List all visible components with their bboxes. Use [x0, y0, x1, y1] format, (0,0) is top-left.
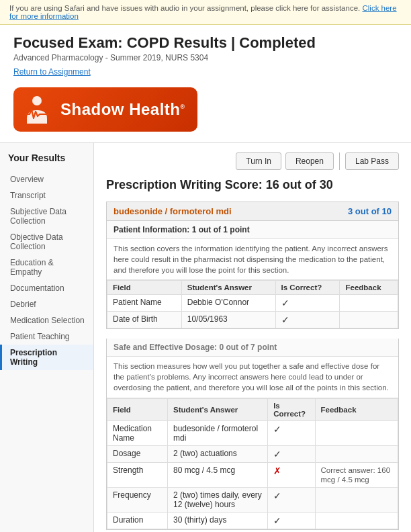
answer-patient-name: Debbie O'Connor	[181, 295, 275, 312]
field-strength: Strength	[107, 462, 168, 487]
answer-dosage: 2 (two) actuations	[168, 445, 268, 462]
sidebar-item-debrief[interactable]: Debrief	[0, 296, 93, 312]
score-heading: Prescription Writing Score: 16 out of 30	[106, 178, 399, 192]
col-answer2: Student's Answer	[168, 398, 268, 420]
feedback-frequency	[315, 487, 398, 512]
drug-header: budesonide / formoterol mdi 3 out of 10	[106, 202, 399, 221]
sidebar-item-documentation[interactable]: Documentation	[0, 280, 93, 296]
feedback-duration	[315, 512, 398, 529]
patient-info-table: Field Student's Answer Is Correct? Feedb…	[107, 280, 398, 328]
main-content: Your Results Overview Transcript Subject…	[0, 142, 411, 532]
col-field2: Field	[107, 398, 168, 420]
feedback-dosage	[315, 445, 398, 462]
field-duration: Duration	[107, 512, 168, 529]
sidebar-nav: Overview Transcript Subjective Data Coll…	[0, 171, 93, 370]
correct-dob: ✓	[275, 312, 340, 328]
table-row: Medication Name budesonide / formoterol …	[107, 420, 398, 445]
table-row: Frequency 2 (two) times daily, every 12 …	[107, 487, 398, 512]
banner-text: If you are using Safari and have issues …	[9, 4, 360, 12]
correct-dosage: ✓	[268, 445, 315, 462]
answer-strength: 80 mcg / 4.5 mcg	[168, 462, 268, 487]
action-buttons: Turn In Reopen Lab Pass	[106, 152, 399, 170]
drug-name: budesonide / formoterol mdi	[113, 206, 232, 216]
logo-box: Shadow Health®	[13, 87, 197, 132]
sidebar-item-subjective[interactable]: Subjective Data Collection	[0, 204, 93, 229]
logo-text: Shadow Health®	[60, 101, 185, 118]
feedback-dob	[340, 312, 398, 328]
lab-pass-button[interactable]: Lab Pass	[345, 152, 399, 170]
answer-dob: 10/05/1963	[181, 312, 275, 328]
page-title: Focused Exam: COPD Results | Completed	[13, 34, 398, 52]
field-dob: Date of Birth	[107, 312, 182, 328]
sidebar-item-transcript[interactable]: Transcript	[0, 187, 93, 204]
content-area: Turn In Reopen Lab Pass Prescription Wri…	[94, 143, 411, 532]
field-frequency: Frequency	[107, 487, 168, 512]
sidebar-item-medication[interactable]: Medication Selection	[0, 312, 93, 328]
feedback-patient-name	[340, 295, 398, 312]
table-row: Patient Name Debbie O'Connor ✓	[107, 295, 398, 312]
logo-shadow: Shadow	[60, 100, 129, 118]
field-med-name: Medication Name	[107, 420, 168, 445]
sidebar: Your Results Overview Transcript Subject…	[0, 143, 94, 532]
col-field: Field	[107, 281, 182, 295]
sidebar-title: Your Results	[0, 152, 93, 171]
page-subtitle: Advanced Pharmacology - Summer 2019, NUR…	[13, 53, 398, 62]
logo-icon	[20, 93, 54, 126]
col-feedback2: Feedback	[315, 398, 398, 420]
correct-strength: ✗	[268, 462, 315, 487]
safe-dosage-section: Safe and Effective Dosage: 0 out of 7 po…	[106, 339, 399, 529]
drug-score: 3 out of 10	[348, 206, 392, 216]
button-separator	[339, 152, 340, 170]
patient-info-section: Patient Information: 1 out of 1 point Th…	[106, 221, 399, 329]
svg-point-0	[32, 96, 42, 105]
safe-dosage-table: Field Student's Answer Is Correct? Feedb…	[107, 398, 398, 529]
turn-in-button[interactable]: Turn In	[236, 152, 281, 170]
top-banner: If you are using Safari and have issues …	[0, 0, 411, 25]
table-row: Duration 30 (thirty) days ✓	[107, 512, 398, 529]
correct-frequency: ✓	[268, 487, 315, 512]
return-link[interactable]: Return to Assignment	[13, 67, 91, 77]
col-answer: Student's Answer	[181, 281, 275, 295]
reopen-button[interactable]: Reopen	[285, 152, 334, 170]
sidebar-item-overview[interactable]: Overview	[0, 171, 93, 187]
logo-area: Shadow Health®	[0, 81, 411, 142]
col-correct2: Is Correct?	[268, 398, 315, 420]
sidebar-item-education[interactable]: Education & Empathy	[0, 255, 93, 280]
col-feedback: Feedback	[340, 281, 398, 295]
answer-med-name: budesonide / formoterol mdi	[168, 420, 268, 445]
answer-duration: 30 (thirty) days	[168, 512, 268, 529]
correct-patient-name: ✓	[275, 295, 340, 312]
patient-info-header: Patient Information: 1 out of 1 point	[107, 221, 398, 239]
safe-dosage-desc: This section measures how well you put t…	[107, 357, 398, 398]
table-row: Dosage 2 (two) actuations ✓	[107, 445, 398, 462]
feedback-med-name	[315, 420, 398, 445]
correct-med-name: ✓	[268, 420, 315, 445]
feedback-strength: Correct answer: 160 mcg / 4.5 mcg	[315, 462, 398, 487]
field-dosage: Dosage	[107, 445, 168, 462]
logo-health: Health	[129, 100, 180, 118]
logo-brand: Shadow Health®	[60, 101, 185, 118]
table-row: Strength 80 mcg / 4.5 mcg ✗ Correct answ…	[107, 462, 398, 487]
answer-frequency: 2 (two) times daily, every 12 (twelve) h…	[168, 487, 268, 512]
correct-duration: ✓	[268, 512, 315, 529]
table-row: Date of Birth 10/05/1963 ✓	[107, 312, 398, 328]
logo-registered: ®	[181, 103, 185, 110]
safe-dosage-header: Safe and Effective Dosage: 0 out of 7 po…	[107, 339, 398, 357]
patient-info-desc: This section covers the information iden…	[107, 239, 398, 280]
sidebar-item-patient-teaching[interactable]: Patient Teaching	[0, 328, 93, 345]
field-patient-name: Patient Name	[107, 295, 182, 312]
page-header: Focused Exam: COPD Results | Completed A…	[0, 25, 411, 81]
col-correct: Is Correct?	[275, 281, 340, 295]
sidebar-item-prescription[interactable]: Prescription Writing	[0, 345, 93, 370]
sidebar-item-objective[interactable]: Objective Data Collection	[0, 229, 93, 255]
